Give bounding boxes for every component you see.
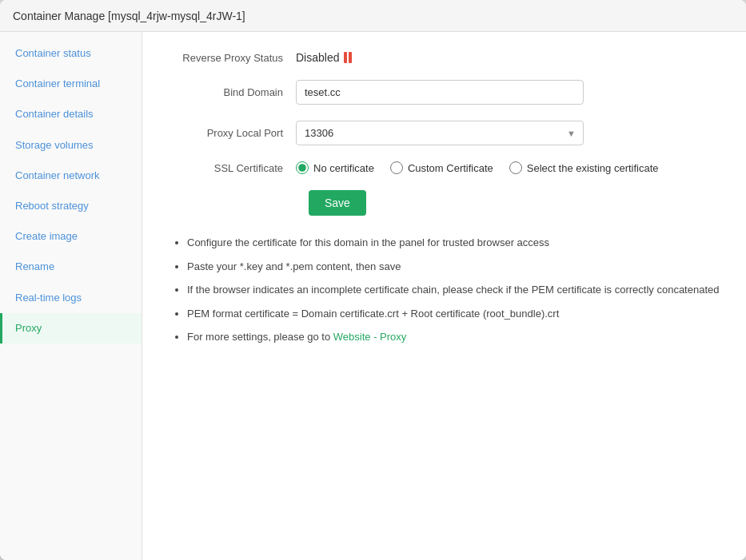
status-badge: Disabled: [296, 51, 352, 64]
proxy-port-control: 13306 ▼: [296, 121, 584, 145]
radio-no-cert-label: No certificate: [313, 162, 374, 174]
main-content: Reverse Proxy Status Disabled Bind Domai…: [142, 32, 746, 560]
radio-no-cert-input[interactable]: [296, 161, 309, 174]
app-window: Container Manage [mysql_4rjw-mysql_4rJW-…: [0, 0, 746, 560]
content-area: Container status Container terminal Cont…: [0, 32, 746, 560]
bind-domain-control: [296, 80, 584, 105]
radio-custom-certificate[interactable]: Custom Certificate: [390, 161, 493, 174]
radio-existing-cert-input[interactable]: [509, 161, 522, 174]
ssl-radio-group: No certificate Custom Certificate Select…: [296, 161, 720, 174]
proxy-port-label: Proxy Local Port: [168, 127, 296, 139]
status-value-container: Disabled: [296, 51, 584, 64]
proxy-port-select-wrapper: 13306 ▼: [296, 121, 584, 145]
ssl-cert-row: SSL Certificate No certificate Custom Ce…: [168, 161, 720, 174]
radio-no-certificate[interactable]: No certificate: [296, 161, 374, 174]
save-row: Save: [309, 190, 720, 216]
status-text: Disabled: [296, 51, 339, 64]
sidebar-item-container-terminal[interactable]: Container terminal: [0, 69, 142, 99]
sidebar-item-container-network[interactable]: Container network: [0, 161, 142, 191]
sidebar-item-storage-volumes[interactable]: Storage volumes: [0, 130, 142, 161]
sidebar-item-rename[interactable]: Rename: [0, 252, 142, 282]
sidebar-item-container-status[interactable]: Container status: [0, 38, 142, 69]
proxy-port-row: Proxy Local Port 13306 ▼: [168, 121, 720, 145]
ssl-cert-options: No certificate Custom Certificate Select…: [296, 161, 720, 174]
info-item-5: For more settings, please go to Website …: [187, 329, 720, 345]
sidebar-item-reboot-strategy[interactable]: Reboot strategy: [0, 191, 142, 221]
status-row: Reverse Proxy Status Disabled: [168, 51, 720, 64]
ssl-cert-label: SSL Certificate: [168, 162, 296, 174]
status-label: Reverse Proxy Status: [168, 52, 296, 64]
sidebar-item-create-image[interactable]: Create image: [0, 221, 142, 252]
info-item-4: PEM format certificate = Domain certific…: [187, 306, 720, 322]
sidebar-item-proxy[interactable]: Proxy: [0, 313, 142, 344]
sidebar-item-container-details[interactable]: Container details: [0, 99, 142, 129]
radio-custom-cert-input[interactable]: [390, 161, 403, 174]
save-button[interactable]: Save: [309, 190, 366, 216]
window-title: Container Manage [mysql_4rjw-mysql_4rJW-…: [13, 10, 245, 22]
website-proxy-link[interactable]: Website - Proxy: [333, 331, 407, 343]
bind-domain-input[interactable]: [296, 80, 584, 105]
radio-existing-cert-label: Select the existing certificate: [527, 162, 659, 174]
info-item-2: Paste your *.key and *.pem content, then…: [187, 259, 720, 275]
sidebar-item-real-time-logs[interactable]: Real-time logs: [0, 283, 142, 313]
status-icon: [344, 52, 352, 63]
info-item-1: Configure the certificate for this domai…: [187, 235, 720, 251]
radio-existing-certificate[interactable]: Select the existing certificate: [509, 161, 659, 174]
proxy-port-select[interactable]: 13306: [296, 121, 584, 145]
bind-domain-row: Bind Domain: [168, 80, 720, 105]
info-item-3: If the browser indicates an incomplete c…: [187, 282, 720, 298]
title-bar: Container Manage [mysql_4rjw-mysql_4rJW-…: [0, 0, 746, 32]
radio-custom-cert-label: Custom Certificate: [408, 162, 493, 174]
sidebar: Container status Container terminal Cont…: [0, 32, 142, 560]
info-list: Configure the certificate for this domai…: [168, 235, 720, 345]
bind-domain-label: Bind Domain: [168, 86, 296, 98]
